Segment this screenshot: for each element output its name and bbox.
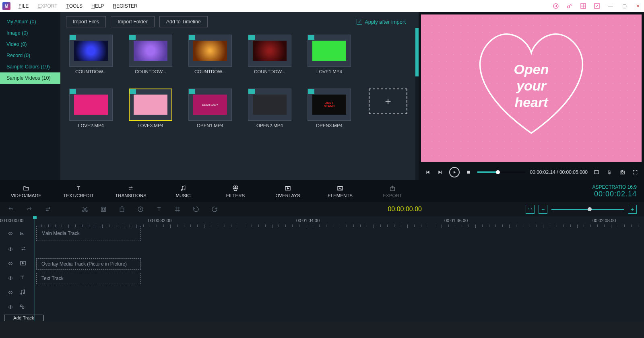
- fullscreen-button[interactable]: [631, 168, 639, 176]
- track-4[interactable]: [35, 286, 644, 300]
- eye-icon[interactable]: [7, 260, 14, 268]
- eye-icon[interactable]: [7, 275, 14, 282]
- track-2[interactable]: Overlay Media Track (Picture in Picture): [35, 257, 644, 271]
- maximize-button[interactable]: ▢: [621, 2, 628, 10]
- media-thumb-0[interactable]: COUNTDOW...: [69, 35, 113, 74]
- import-folder-button[interactable]: Import Folder: [111, 16, 154, 27]
- svg-rect-5: [594, 171, 599, 174]
- svg-rect-21: [101, 207, 106, 212]
- import-files-button[interactable]: Import Files: [66, 16, 106, 27]
- media-thumb-8[interactable]: OPEN2.MP4: [248, 89, 291, 128]
- media-scrollbar[interactable]: [415, 28, 419, 180]
- crop-button[interactable]: [100, 206, 107, 213]
- track-1[interactable]: [35, 242, 644, 257]
- eye-icon[interactable]: [7, 246, 14, 253]
- media-thumb-9[interactable]: JUST STANDOPEN3.MP4: [308, 89, 351, 128]
- svg-point-8: [621, 171, 623, 173]
- rotate-left-button[interactable]: [192, 206, 200, 213]
- sidebar-item-4[interactable]: Sample Colors (19): [0, 61, 60, 72]
- zoom-fit-button[interactable]: [526, 205, 535, 214]
- folder-icon: [22, 185, 30, 192]
- key-icon[interactable]: [566, 2, 573, 10]
- rotate-right-button[interactable]: [211, 206, 218, 213]
- camera-button[interactable]: [618, 168, 626, 176]
- svg-point-27: [10, 248, 11, 249]
- redo-button[interactable]: [26, 206, 33, 213]
- add-media-dropzone[interactable]: +: [369, 89, 407, 114]
- eye-icon[interactable]: [7, 304, 14, 311]
- media-thumb-6[interactable]: LOVE3.MP4: [129, 89, 172, 128]
- snapshot-button[interactable]: [592, 168, 601, 176]
- sidebar-item-5[interactable]: Sample Videos (10): [0, 72, 60, 84]
- tab-elements[interactable]: ELEMENTS: [314, 185, 366, 198]
- ruler-label: 00:00:32.00: [148, 218, 171, 223]
- svg-point-34: [10, 306, 11, 307]
- speed-button[interactable]: [137, 206, 144, 213]
- zoom-out-button[interactable]: −: [539, 205, 547, 214]
- media-icon: [19, 230, 25, 237]
- svg-point-28: [10, 263, 11, 264]
- tab-filters[interactable]: FILTERS: [209, 185, 262, 198]
- svg-point-33: [23, 293, 25, 294]
- media-thumb-1[interactable]: COUNTDOW...: [129, 35, 172, 74]
- sidebar-item-3[interactable]: Record (0): [0, 50, 60, 61]
- tab-videoimage[interactable]: VIDEO/IMAGE: [0, 185, 52, 198]
- menu-register[interactable]: REGISTER: [113, 3, 137, 9]
- settings-icon[interactable]: [44, 206, 52, 213]
- preview-seekbar[interactable]: [477, 171, 525, 173]
- tab-music[interactable]: MUSIC: [157, 185, 209, 198]
- menu-file[interactable]: FILE: [19, 3, 29, 9]
- delete-button[interactable]: [118, 206, 126, 213]
- sidebar-item-1[interactable]: Image (0): [0, 27, 60, 39]
- timeline-ruler[interactable]: 00:00:00.0000:00:32.0000:01:04.0000:01:3…: [0, 216, 644, 225]
- media-thumb-7[interactable]: DEAR BABYOPEN1.MP4: [188, 89, 232, 128]
- text-icon: [19, 274, 25, 283]
- svg-rect-23: [120, 208, 124, 212]
- eye-icon[interactable]: [7, 289, 14, 297]
- eye-icon[interactable]: [7, 230, 14, 237]
- svg-point-35: [20, 305, 22, 307]
- edit-icon[interactable]: [593, 2, 601, 10]
- track-placeholder: Text Track: [36, 273, 141, 284]
- cut-button[interactable]: [81, 206, 89, 213]
- zoom-in-button[interactable]: +: [628, 205, 637, 214]
- track-placeholder: Main Media Track: [36, 226, 141, 241]
- menu-tools[interactable]: TOOLS: [66, 3, 83, 9]
- swap-icon: [19, 246, 27, 253]
- layout-icon[interactable]: [580, 2, 587, 10]
- media-thumb-3[interactable]: COUNTDOW...: [248, 35, 291, 74]
- sidebar-item-2[interactable]: Video (0): [0, 39, 60, 50]
- tab-textcredit[interactable]: TEXT/CREDIT: [52, 185, 105, 198]
- play-button[interactable]: [449, 167, 460, 177]
- sidebar-item-0[interactable]: My Album (0): [0, 16, 60, 27]
- close-button[interactable]: ✕: [634, 2, 642, 10]
- media-thumb-5[interactable]: LOVE2.MP4: [69, 89, 113, 128]
- playhead-time-label: 00:00:00.00: [388, 206, 422, 213]
- tab-overlays[interactable]: OVERLAYS: [262, 185, 314, 198]
- cart-icon[interactable]: [552, 2, 559, 10]
- ruler-label: 00:01:36.00: [444, 218, 468, 223]
- track-0[interactable]: Main Media Track: [35, 225, 644, 242]
- track-3[interactable]: Text Track: [35, 271, 644, 286]
- frame-crop-button[interactable]: [174, 206, 181, 213]
- undo-button[interactable]: [7, 206, 14, 213]
- apply-after-import-checkbox[interactable]: ✓Apply after import: [357, 19, 406, 25]
- voiceover-button[interactable]: [605, 168, 613, 176]
- tab-export: EXPORT: [366, 185, 419, 198]
- add-track-button[interactable]: Add Track: [4, 315, 43, 321]
- music-icon: [19, 289, 26, 297]
- media-thumb-2[interactable]: COUNTDOW...: [188, 35, 232, 74]
- stop-button[interactable]: [464, 168, 473, 176]
- minimize-button[interactable]: —: [607, 2, 614, 10]
- ruler-label: 00:01:04.00: [296, 218, 320, 223]
- menu-help[interactable]: HELP: [91, 3, 104, 9]
- text-tool-button[interactable]: [155, 206, 163, 213]
- add-to-timeline-button[interactable]: Add to Timeline: [159, 16, 208, 27]
- next-frame-button[interactable]: [436, 168, 444, 176]
- ruler-label: 00:00:00.00: [0, 218, 23, 223]
- media-thumb-4[interactable]: LOVE1.MP4: [308, 35, 351, 74]
- tab-transitions[interactable]: TRANSITIONS: [105, 185, 157, 198]
- prev-frame-button[interactable]: [423, 168, 431, 176]
- track-5[interactable]: [35, 300, 644, 315]
- zoom-slider[interactable]: [551, 209, 624, 210]
